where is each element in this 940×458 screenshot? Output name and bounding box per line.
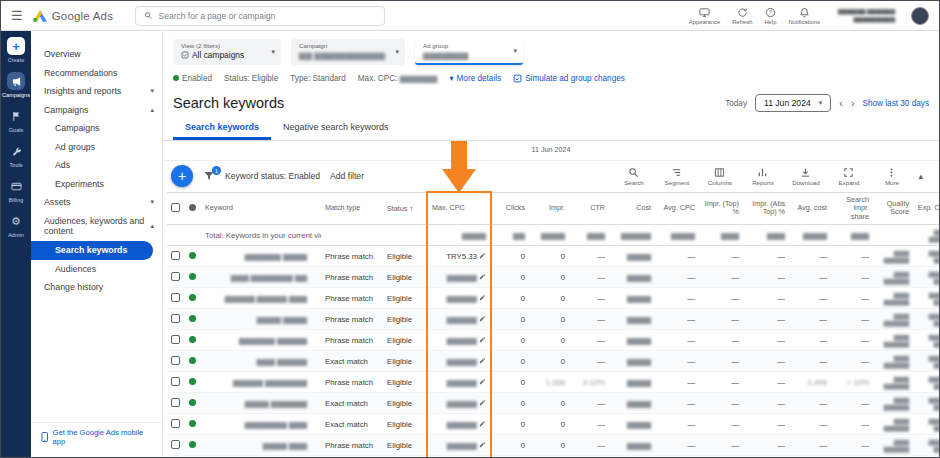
- sidebar-item-audiences[interactable]: Audiences: [31, 260, 162, 279]
- row-checkbox[interactable]: [171, 440, 180, 449]
- table-row[interactable]: ▆▆▆▆▆▆ ▆▆▆▆▆Phrase matchEligible▆▆▆▆▆ 00…: [167, 330, 939, 351]
- col-avg-cost[interactable]: Avg. cost: [789, 192, 831, 225]
- table-row[interactable]: ▆▆▆ ▆▆▆▆▆▆▆ ▆▆Phrase matchEligible▆▆▆▆▆ …: [167, 267, 939, 288]
- row-checkbox[interactable]: [171, 335, 180, 344]
- mobile-app-link[interactable]: Get the Google Ads mobile app: [31, 422, 162, 451]
- cell-max-cpc[interactable]: ▆▆▆▆▆: [427, 288, 491, 309]
- edit-icon[interactable]: [479, 378, 486, 385]
- table-row[interactable]: ▆▆▆▆ ▆▆▆▆▆▆Exact matchEligible▆▆▆▆▆ 00—▆…: [167, 393, 939, 414]
- tab-negative-search-keywords[interactable]: Negative search keywords: [271, 117, 401, 140]
- col-clicks[interactable]: Clicks: [491, 192, 529, 225]
- add-keyword-button[interactable]: +: [171, 165, 193, 187]
- sidebar-item-insights-and-reports[interactable]: Insights and reports▾: [31, 82, 162, 101]
- refresh-button[interactable]: Refresh: [732, 7, 752, 25]
- filter-chip-keyword-status[interactable]: Keyword status: Enabled: [225, 171, 320, 181]
- download-button[interactable]: Download: [789, 167, 822, 186]
- table-row[interactable]: ▆▆▆▆▆▆▆ ▆▆▆Exact matchEligible▆▆▆▆▆ 00—▆…: [167, 414, 939, 435]
- more-button[interactable]: More: [875, 167, 908, 186]
- cell-max-cpc[interactable]: ▆▆▆▆▆: [427, 330, 491, 351]
- segment-button[interactable]: Segment: [660, 167, 693, 186]
- row-checkbox[interactable]: [171, 377, 180, 386]
- show-last-30-days-link[interactable]: Show last 30 days: [863, 99, 929, 108]
- row-checkbox[interactable]: [171, 314, 180, 323]
- columns-button[interactable]: Columns: [703, 167, 736, 186]
- sidebar-item-experiments[interactable]: Experiments: [31, 175, 162, 194]
- col-cost[interactable]: Cost: [609, 192, 655, 225]
- table-row[interactable]: ▆▆▆▆▆ ▆▆▆▆▆▆▆Phrase matchEligible▆▆▆▆▆ 0…: [167, 372, 939, 393]
- table-row[interactable]: ▆▆▆▆▆ ▆▆▆▆▆ ▆▆▆Phrase matchEligible▆▆▆▆▆…: [167, 288, 939, 309]
- rail-item-tools[interactable]: Tools: [1, 142, 31, 168]
- campaign-selector[interactable]: Campaign ▆▆ ▆▆▆▆▆▆▆▆▆▆▆ ▾: [291, 39, 405, 65]
- help-button[interactable]: ? Help: [764, 7, 776, 25]
- sidebar-item-change-history[interactable]: Change history: [31, 278, 162, 297]
- rail-item-goals[interactable]: Goals: [1, 107, 31, 133]
- col-impr-top[interactable]: Impr. (Top) %: [699, 192, 743, 225]
- edit-icon[interactable]: [479, 294, 486, 301]
- col-exp-ctr[interactable]: Exp. CTR: [913, 192, 939, 225]
- tab-search-keywords[interactable]: Search keywords: [173, 117, 271, 140]
- cell-max-cpc[interactable]: ▆▆▆▆▆: [427, 372, 491, 393]
- ad-group-selector[interactable]: Ad group ▆▆▆▆▆▆▆ ▾: [415, 39, 523, 65]
- date-picker[interactable]: 11 Jun 2024 ▾: [755, 94, 831, 112]
- sidebar-item-ads[interactable]: Ads: [31, 156, 162, 175]
- rail-item-admin[interactable]: ⚙ Admin: [1, 212, 31, 238]
- sidebar-item-ad-groups[interactable]: Ad groups: [31, 138, 162, 157]
- edit-icon[interactable]: [479, 420, 486, 427]
- cell-max-cpc[interactable]: ▆▆▆▆▆: [427, 393, 491, 414]
- sidebar-item-audiences-keywords-and-content[interactable]: Audiences, keywords and content▴: [31, 212, 162, 241]
- avatar[interactable]: [911, 7, 929, 25]
- edit-icon[interactable]: [479, 441, 486, 448]
- row-checkbox[interactable]: [171, 398, 180, 407]
- cell-max-cpc[interactable]: ▆▆▆▆▆: [427, 435, 491, 456]
- cell-max-cpc[interactable]: ▆▆▆▆: [427, 225, 491, 246]
- row-checkbox[interactable]: [171, 293, 180, 302]
- filter-button[interactable]: 1: [203, 170, 215, 182]
- col-max-cpc[interactable]: Max. CPC: [427, 192, 491, 225]
- sidebar-item-overview[interactable]: Overview: [31, 45, 162, 64]
- cell-max-cpc[interactable]: ▆▆▆▆▆: [427, 456, 491, 457]
- row-checkbox[interactable]: [171, 272, 180, 281]
- more-details-link[interactable]: ▾More details: [449, 73, 501, 83]
- col-impr[interactable]: Impr.: [529, 192, 569, 225]
- col-avg-cpc[interactable]: Avg. CPC: [655, 192, 699, 225]
- date-prev-icon[interactable]: ‹: [839, 98, 843, 109]
- sidebar-item-campaigns[interactable]: Campaigns: [31, 119, 162, 138]
- col-ctr[interactable]: CTR: [569, 192, 609, 225]
- sidebar-item-recommendations[interactable]: Recommendations: [31, 64, 162, 83]
- add-filter-button[interactable]: Add filter: [330, 171, 364, 181]
- edit-icon[interactable]: [479, 357, 486, 364]
- table-row[interactable]: ▆▆▆▆ ▆▆▆Phrase matchEligible▆▆▆▆▆ 00—▆▆▆…: [167, 435, 939, 456]
- search-input[interactable]: [159, 11, 377, 21]
- hamburger-menu-icon[interactable]: ☰: [11, 8, 23, 23]
- table-row[interactable]: ▆▆▆▆▆ ▆▆▆▆Phrase matchEligible▆▆▆▆▆ 00—▆…: [167, 456, 939, 457]
- collapse-table-icon[interactable]: ▴: [918, 171, 923, 181]
- row-checkbox[interactable]: [171, 251, 180, 260]
- view-selector[interactable]: View (2 filters) All campaigns ▾: [173, 39, 281, 65]
- table-row[interactable]: ▆▆▆▆ ▆▆▆▆Phrase matchEligible▆▆▆▆▆ 00—▆▆…: [167, 309, 939, 330]
- notifications-button[interactable]: Notifications: [788, 7, 820, 25]
- col-status[interactable]: Status ↑: [383, 192, 427, 225]
- cell-max-cpc[interactable]: ▆▆▆▆▆: [427, 309, 491, 330]
- col-quality-score[interactable]: Quality Score: [873, 192, 913, 225]
- edit-icon[interactable]: [479, 315, 486, 322]
- expand-button[interactable]: Expand: [832, 167, 865, 186]
- sidebar-item-campaigns[interactable]: Campaigns▴: [31, 101, 162, 120]
- col-match-type[interactable]: Match type: [321, 192, 383, 225]
- col-keyword[interactable]: Keyword: [201, 192, 321, 225]
- simulate-changes-link[interactable]: Simulate ad group changes: [513, 74, 625, 83]
- col-impr-abs-top[interactable]: Impr. (Abs Top) %: [743, 192, 789, 225]
- edit-icon[interactable]: [479, 273, 486, 280]
- edit-icon[interactable]: [479, 399, 486, 406]
- row-checkbox[interactable]: [171, 356, 180, 365]
- appearance-button[interactable]: Appearance: [689, 7, 720, 25]
- edit-icon[interactable]: [479, 336, 486, 343]
- cell-max-cpc[interactable]: ▆▆▆▆▆: [427, 267, 491, 288]
- sidebar-item-search-keywords[interactable]: Search keywords: [31, 241, 153, 260]
- row-checkbox[interactable]: [171, 419, 180, 428]
- global-search[interactable]: [135, 6, 385, 26]
- cell-max-cpc[interactable]: ▆▆▆▆▆: [427, 351, 491, 372]
- cell-max-cpc[interactable]: ▆▆▆▆▆: [427, 414, 491, 435]
- rail-item-billing[interactable]: Billing: [1, 177, 31, 203]
- rail-item-create[interactable]: + Create: [1, 37, 31, 63]
- table-row[interactable]: ▆▆▆▆▆▆ ▆▆▆▆Phrase matchEligibleTRY5.33 0…: [167, 246, 939, 267]
